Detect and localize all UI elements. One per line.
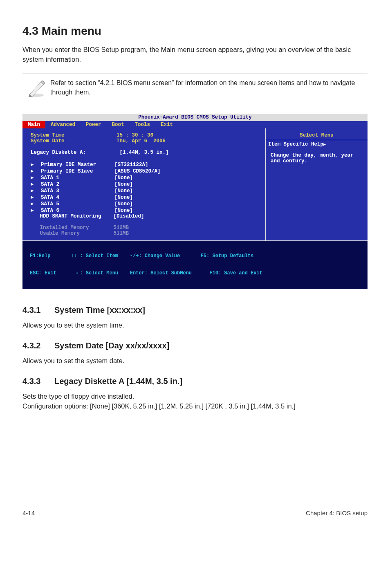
legacy-label: Legacy Diskette A: [31, 150, 86, 155]
bios-item-row[interactable]: ▶ SATA 3 [None] [31, 187, 262, 194]
menu-advanced[interactable]: Advanced [45, 121, 81, 128]
bios-item-row[interactable]: ▶ Primary IDE Slave [ASUS CDS520/A] [31, 168, 262, 174]
bios-item-row[interactable]: HDD SMART Monitoring [Disabled] [31, 213, 262, 219]
help-text: Change the day, month, year and century. [266, 148, 368, 168]
bios-info-row: Usable Memory 511MB [31, 231, 262, 236]
footer-line-1: F1:Help ↑↓ : Select Item -/+: Change Val… [30, 253, 360, 259]
page-number: 4-14 [22, 509, 35, 516]
bios-item-row[interactable]: ▶ SATA 2 [None] [31, 181, 262, 187]
legacy-value[interactable]: [1.44M, 3.5 in.] [120, 150, 169, 155]
subsection-1-text: Allows you to set the system time. [22, 321, 368, 330]
menu-main[interactable]: Main [22, 121, 45, 128]
bios-menubar: Main Advanced Power Boot Tools Exit [22, 121, 368, 128]
bios-info-row: Installed Memory 512MB [31, 225, 262, 231]
bios-panel: Phoenix-Award BIOS CMOS Setup Utility Ma… [22, 114, 368, 289]
bios-help-panel: Select Menu Item Specific Help▶ Change t… [265, 128, 368, 241]
subsection-3-heading: 4.3.3Legacy Diskette A [1.44M, 3.5 in.] [22, 377, 368, 386]
menu-tools[interactable]: Tools [130, 121, 156, 128]
menu-power[interactable]: Power [81, 121, 107, 128]
help-line: Item Specific Help▶ [266, 140, 368, 148]
section-intro: When you enter the BIOS Setup program, t… [22, 45, 368, 65]
note-box: Refer to section “4.2.1 BIOS menu screen… [22, 74, 368, 102]
bios-item-row[interactable]: ▶ SATA 5 [None] [31, 200, 262, 207]
subsection-2-heading: 4.3.2System Date [Day xx/xx/xxxx] [22, 341, 368, 350]
bios-content: System Time 15 : 30 : 36 System Date Thu… [22, 128, 265, 241]
subsection-3-text: Sets the type of floppy drive installed.… [22, 392, 368, 411]
section-title: 4.3 Main menu [22, 25, 368, 38]
help-title: Select Menu [266, 128, 368, 140]
subsection-2-text: Allows you to set the system date. [22, 356, 368, 366]
note-icon [22, 78, 50, 98]
bios-item-row[interactable]: ▶ SATA 6 [None] [31, 207, 262, 213]
subsection-1-heading: 4.3.1System Time [xx:xx:xx] [22, 305, 368, 315]
bios-title: Phoenix-Award BIOS CMOS Setup Utility [22, 114, 368, 121]
system-time-value[interactable]: 15 : 30 : 36 [117, 132, 153, 138]
note-text: Refer to section “4.2.1 BIOS menu screen… [50, 79, 363, 97]
system-date-label: System Date [31, 138, 65, 144]
bios-footer: F1:Help ↑↓ : Select Item -/+: Change Val… [22, 241, 368, 289]
bios-item-row[interactable]: ▶ SATA 1 [None] [31, 174, 262, 181]
system-date-value[interactable]: Thu, Apr 6 2006 [117, 138, 166, 144]
system-time-label: System Time [31, 132, 65, 138]
menu-boot[interactable]: Boot [107, 121, 130, 128]
page-footer: 4-14 Chapter 4: BIOS setup [22, 509, 368, 516]
chapter-label: Chapter 4: BIOS setup [306, 509, 368, 516]
footer-line-2: ESC: Exit →←: Select Menu Enter: Select … [30, 270, 360, 276]
menu-exit[interactable]: Exit [155, 121, 178, 128]
bios-item-row[interactable]: ▶ Primary IDE Master [ST321122A] [31, 161, 262, 168]
bios-item-row[interactable]: ▶ SATA 4 [None] [31, 194, 262, 200]
